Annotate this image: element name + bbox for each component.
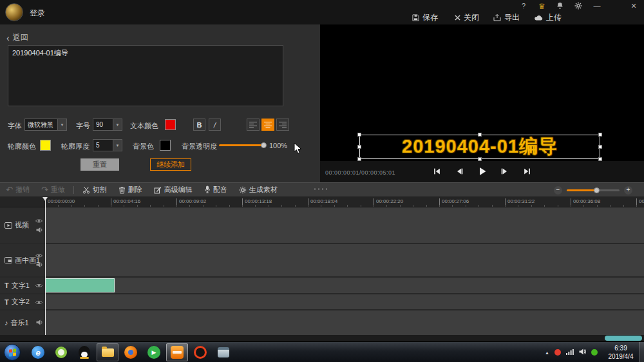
toolbar-divider	[73, 186, 74, 194]
taskbar-explorer-icon[interactable]	[97, 343, 118, 361]
video-track-lane[interactable]	[45, 207, 644, 243]
export-button[interactable]: 导出	[493, 12, 520, 23]
track-header-text2[interactable]: T 文字2	[0, 294, 45, 309]
tray-antivirus-icon[interactable]	[591, 349, 598, 356]
delete-button[interactable]: 删除	[118, 185, 142, 195]
selection-handle[interactable]	[478, 133, 482, 137]
scissors-icon	[82, 186, 90, 194]
align-center-icon	[264, 121, 272, 128]
scrollbar-thumb[interactable]	[605, 336, 642, 341]
splitter-handle[interactable]	[313, 188, 327, 190]
help-icon[interactable]: ?	[522, 2, 526, 10]
track-mute-icon[interactable]	[36, 262, 43, 269]
advanced-edit-button[interactable]: 高级编辑	[154, 185, 193, 195]
taskbar-clock[interactable]: 6:39 2019/4/4	[604, 344, 638, 361]
align-center-button[interactable]	[261, 119, 274, 131]
track-visibility-icon[interactable]	[35, 281, 43, 289]
redo-button[interactable]: ↷ 重做	[41, 185, 65, 195]
ruler-minor-ticks	[45, 205, 644, 207]
upload-button[interactable]: 上传	[535, 12, 562, 23]
tray-security-icon[interactable]	[554, 349, 561, 356]
track-mute-icon[interactable]	[36, 319, 43, 327]
track-visibility-icon[interactable]	[35, 216, 43, 224]
back-button[interactable]: ‹ 返回	[6, 32, 28, 43]
bg-opacity-slider-knob[interactable]	[261, 142, 267, 148]
text-overlay-selection[interactable]: 20190404-01编导	[359, 135, 600, 159]
selection-handle[interactable]	[357, 145, 361, 149]
font-size-select[interactable]: 90 ▼	[93, 119, 122, 131]
track-mute-icon[interactable]	[36, 226, 43, 234]
track-header-video[interactable]: 视频	[0, 207, 45, 243]
minimize-button[interactable]: —	[592, 2, 601, 10]
continue-add-button[interactable]: 继续添加	[150, 158, 191, 171]
login-button[interactable]: 登录	[30, 8, 45, 19]
prev-frame-button[interactable]	[453, 166, 466, 177]
save-button[interactable]: 保存	[412, 12, 438, 23]
vip-crown-icon[interactable]: ♛	[538, 2, 545, 11]
close-window-button[interactable]: ×	[631, 1, 636, 11]
taskbar-window-app-icon[interactable]	[213, 343, 234, 361]
tray-network-icon[interactable]	[566, 348, 574, 356]
text1-track-lane[interactable]	[45, 278, 644, 293]
skip-end-button[interactable]	[521, 166, 534, 177]
track-header-music1[interactable]: ♪ 音乐1	[0, 310, 45, 335]
outline-width-select[interactable]: 5 ▼	[93, 139, 122, 151]
app-logo-icon[interactable]	[5, 3, 23, 21]
zoom-slider[interactable]	[567, 189, 620, 191]
close-project-button[interactable]: 关闭	[455, 12, 479, 23]
dubbing-label: 配音	[213, 185, 227, 195]
italic-button[interactable]: /	[209, 119, 221, 131]
taskbar-360-browser-icon[interactable]	[50, 343, 72, 361]
pip-track-lane[interactable]	[45, 244, 644, 276]
text2-track-lane[interactable]	[45, 294, 644, 309]
taskbar-qq-icon[interactable]	[73, 343, 95, 361]
playhead[interactable]	[45, 197, 46, 335]
taskbar-ie-icon[interactable]: e	[27, 343, 49, 361]
track-header-pip[interactable]: 画中画1	[0, 244, 45, 276]
outline-color-swatch[interactable]	[40, 140, 51, 151]
cut-button[interactable]: 切割	[82, 185, 107, 195]
play-button[interactable]	[476, 166, 489, 177]
preview-overlay-text[interactable]: 20190404-01编导	[360, 135, 600, 158]
show-desktop-button[interactable]	[639, 342, 644, 362]
undo-button[interactable]: ↶ 撤销	[6, 185, 30, 195]
align-left-button[interactable]	[247, 119, 260, 131]
bold-button[interactable]: B	[193, 119, 205, 131]
reset-button[interactable]: 重置	[80, 158, 119, 171]
track-visibility-icon[interactable]	[35, 298, 43, 306]
generate-material-button[interactable]: 生成素材	[239, 185, 278, 195]
selection-handle[interactable]	[598, 145, 602, 149]
taskbar-recorder-icon[interactable]	[189, 343, 211, 361]
tray-show-hidden-icon[interactable]: ▲	[545, 350, 549, 355]
notification-bell-icon[interactable]	[556, 2, 564, 11]
font-select[interactable]: 微软雅黑 ▼	[24, 119, 67, 131]
close-project-icon	[455, 15, 460, 21]
music1-track-lane[interactable]	[45, 310, 644, 335]
start-button[interactable]	[4, 344, 21, 361]
subtitle-text-input[interactable]: 20190404-01编导	[8, 45, 283, 106]
taskbar-firefox-icon[interactable]	[120, 343, 142, 361]
bg-color-swatch[interactable]	[160, 140, 171, 151]
selection-handle[interactable]	[357, 133, 361, 137]
next-frame-button[interactable]	[498, 166, 511, 177]
bg-opacity-slider[interactable]	[219, 144, 264, 146]
taskbar-video-editor-icon[interactable]	[166, 343, 188, 361]
track-visibility-icon[interactable]	[35, 252, 43, 260]
zoom-out-button[interactable]: −	[554, 186, 562, 195]
settings-gear-icon[interactable]	[574, 2, 582, 11]
preview-video[interactable]: 20190404-01编导	[320, 24, 644, 161]
track-header-text1[interactable]: T 文字1	[0, 278, 45, 293]
dubbing-button[interactable]: 配音	[204, 185, 227, 195]
taskbar-player-icon[interactable]: ▶	[143, 343, 165, 361]
text-color-swatch[interactable]	[165, 119, 176, 130]
text-clip[interactable]	[45, 278, 115, 292]
timeline-ruler[interactable]: 00:00:00:00 00:00:04:16 00:00:09:02 00:0…	[0, 197, 644, 207]
zoom-in-button[interactable]: +	[624, 186, 632, 195]
zoom-slider-fill	[567, 189, 596, 191]
align-right-button[interactable]	[276, 119, 289, 131]
tray-volume-icon[interactable]	[579, 348, 586, 356]
zoom-slider-knob[interactable]	[594, 187, 600, 193]
skip-start-button[interactable]	[431, 166, 444, 177]
selection-handle[interactable]	[598, 133, 602, 137]
save-label: 保存	[422, 12, 438, 23]
